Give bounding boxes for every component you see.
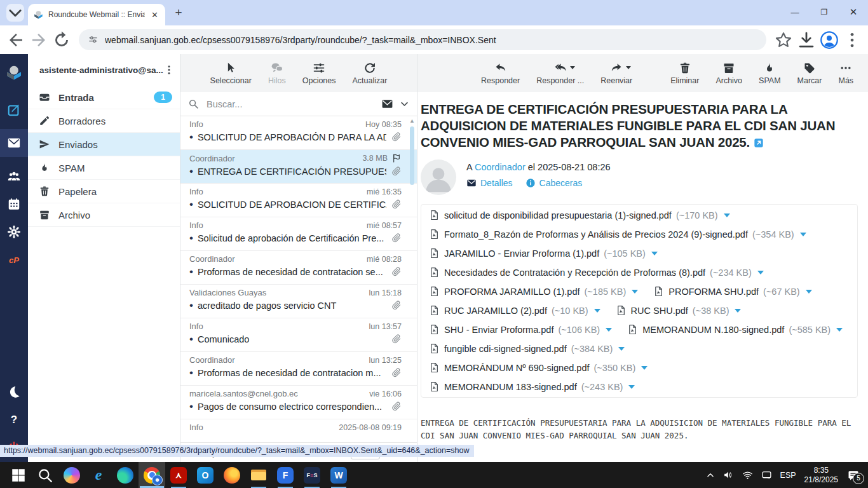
attachment-item[interactable]: Necesidades de Contratación y Recepción … (429, 267, 764, 278)
reload-button[interactable] (52, 30, 71, 50)
forward-button[interactable] (29, 30, 48, 50)
toolbar-button-hilos[interactable]: Hilos (268, 62, 286, 85)
toolbar-button-responder[interactable]: Responder ... (536, 62, 584, 85)
attachment-item[interactable]: Formato_8_Razón de Proformas y Análisis … (429, 229, 806, 240)
message-row[interactable]: Infomié 16:35•SOLICITUD DE APROBACION DE… (180, 184, 417, 217)
toolbar-button-reenviar[interactable]: Reenviar (600, 62, 632, 85)
help-icon[interactable]: ? (0, 406, 28, 434)
language-indicator[interactable]: ESP (780, 471, 796, 480)
downloads-icon[interactable] (797, 30, 816, 50)
attachment-item[interactable]: RUC JARAMILLO (2).pdf(~10 KB) (429, 305, 600, 316)
message-row[interactable]: Coordinador3.8 MB•ENTREGA DE CERTIFICACI… (180, 150, 417, 184)
new-tab-button[interactable]: + (170, 4, 187, 21)
attachment-menu-caret-icon[interactable] (606, 328, 612, 332)
attachment-item[interactable]: PROFORMA JARAMILLO (1).pdf(~185 KB) (429, 286, 638, 297)
toolbar-button-opciones[interactable]: Opciones (302, 62, 336, 85)
url-bar[interactable]: webmail.sanjuan.gob.ec/cpsess0079158976/… (79, 29, 766, 50)
attachment-item[interactable]: solicitud de disponibilidad presupuestar… (429, 210, 730, 220)
scroll-thumb[interactable] (410, 126, 414, 185)
browser-tab[interactable]: Roundcube Webmail :: Enviados ✕ (28, 4, 165, 25)
restore-button[interactable]: ❐ (810, 0, 839, 24)
sidebar-folder-borradores[interactable]: Borradores (28, 109, 180, 133)
message-row[interactable]: InfoHoy 08:35•SOLICITUD DE APROBACIÓN D … (180, 116, 417, 150)
sidebar-folder-papelera[interactable]: Papelera (28, 180, 180, 203)
toolbar-button-m-s[interactable]: Más (838, 62, 853, 85)
recipient-link[interactable]: Coordinador (475, 162, 526, 172)
toolbar-button-marcar[interactable]: Marcar (797, 62, 822, 85)
flag-icon[interactable] (391, 153, 402, 163)
taskbar-edge-icon[interactable] (112, 462, 139, 488)
message-row[interactable]: Coordinadorlun 13:25•Proformas de necesi… (180, 352, 417, 386)
open-in-new-window-icon[interactable] (754, 138, 764, 148)
attachment-item[interactable]: fungible cdi-signed-signed.pdf(~384 KB) (429, 343, 625, 354)
attachment-menu-caret-icon[interactable] (632, 290, 638, 294)
toolbar-button-eliminar[interactable]: Eliminar (670, 62, 699, 85)
dropdown-caret-icon[interactable] (626, 66, 631, 69)
taskbar-internet-explorer-icon[interactable]: e (85, 462, 112, 488)
contacts-icon[interactable] (0, 162, 28, 190)
scroll-up-icon[interactable]: ▲ (409, 118, 415, 124)
browser-menu-icon[interactable] (843, 30, 862, 50)
details-link[interactable]: Detalles (480, 178, 513, 188)
profile-avatar[interactable] (820, 30, 839, 50)
close-button[interactable]: ✕ (839, 0, 868, 24)
volume-icon[interactable] (723, 470, 734, 480)
tab-search-button[interactable] (6, 4, 24, 22)
screen-cast-icon[interactable] (761, 470, 772, 480)
back-button[interactable] (6, 30, 25, 50)
attachment-menu-caret-icon[interactable] (806, 290, 812, 294)
calendar-icon[interactable] (0, 190, 28, 218)
sidebar-folder-spam[interactable]: SPAM (28, 156, 180, 180)
search-scope-envelope-icon[interactable] (381, 98, 393, 110)
toolbar-button-seleccionar[interactable]: Seleccionar (210, 62, 252, 85)
site-settings-icon[interactable] (88, 34, 98, 45)
attachment-menu-caret-icon[interactable] (800, 233, 806, 236)
message-row[interactable]: Infomié 08:57•Solicitud de aprobación de… (180, 217, 417, 251)
taskbar-start-icon[interactable] (5, 462, 32, 488)
taskbar-outlook-icon[interactable]: O (192, 462, 219, 488)
sidebar-folder-enviados[interactable]: Enviados (28, 133, 180, 156)
notification-center-icon[interactable]: 5 (846, 469, 860, 482)
message-row[interactable]: Info2025-08-08 09:19 (180, 419, 417, 442)
taskbar-firefox-icon[interactable] (219, 462, 245, 488)
message-row[interactable]: Infolun 13:57•Comunicado (180, 318, 417, 352)
attachment-menu-caret-icon[interactable] (651, 252, 658, 255)
attachment-menu-caret-icon[interactable] (594, 309, 600, 313)
toolbar-button-spam[interactable]: SPAM (759, 62, 781, 85)
taskbar-file-explorer-icon[interactable] (245, 462, 272, 488)
sidebar-folder-archivo[interactable]: Archivo (28, 203, 180, 227)
attachment-menu-caret-icon[interactable] (724, 214, 730, 217)
attachment-menu-caret-icon[interactable] (641, 366, 648, 370)
headers-link[interactable]: Cabeceras (539, 178, 583, 188)
toolbar-button-archivo[interactable]: Archivo (715, 62, 742, 85)
taskbar-forticlient-icon[interactable]: F (272, 462, 299, 488)
attachment-menu-caret-icon[interactable] (836, 328, 843, 332)
message-row[interactable]: Validaciones Guayaslun 15:18•acreditado … (180, 285, 417, 318)
list-scrollbar[interactable]: ▲ ▼ (408, 116, 416, 453)
taskbar-search-icon[interactable] (32, 462, 58, 488)
toolbar-button-actualizar[interactable]: Actualizar (353, 62, 388, 85)
attachment-menu-caret-icon[interactable] (628, 385, 635, 389)
settings-gear-icon[interactable] (0, 218, 28, 246)
cpanel-icon[interactable]: cP (0, 246, 28, 274)
attachment-menu-caret-icon[interactable] (618, 347, 625, 351)
attachment-menu-caret-icon[interactable] (735, 309, 741, 313)
attachment-item[interactable]: PROFORMA SHU.pdf(~67 KB) (653, 286, 811, 297)
attachment-item[interactable]: MEMORÁNDUM Nº 690-signed.pdf(~350 KB) (429, 362, 648, 373)
dark-mode-icon[interactable] (0, 378, 28, 406)
bookmark-star-icon[interactable] (774, 30, 793, 50)
dropdown-caret-icon[interactable] (570, 66, 575, 69)
message-row[interactable]: maricela.santos@cnel.gob.ecvie 16:06•Pag… (180, 386, 417, 419)
taskbar-word-icon[interactable]: W (325, 462, 352, 488)
taskbar-copilot-icon[interactable] (58, 462, 85, 488)
taskbar-chrome-icon[interactable]: ☻ (139, 462, 165, 488)
attachment-item[interactable]: MEMORANDUM 183-signed.pdf(~243 KB) (429, 381, 635, 392)
roundcube-logo[interactable] (0, 59, 28, 87)
sidebar-folder-entrada[interactable]: Entrada1 (28, 86, 180, 109)
message-row[interactable]: Coordinadormié 08:28•Proformas de necesi… (180, 251, 417, 285)
tray-chevron-up-icon[interactable] (706, 471, 715, 480)
attachment-menu-caret-icon[interactable] (757, 271, 764, 274)
mail-icon[interactable] (0, 129, 28, 157)
toolbar-button-responder[interactable]: Responder (481, 62, 520, 85)
tab-close-icon[interactable]: ✕ (149, 10, 160, 20)
